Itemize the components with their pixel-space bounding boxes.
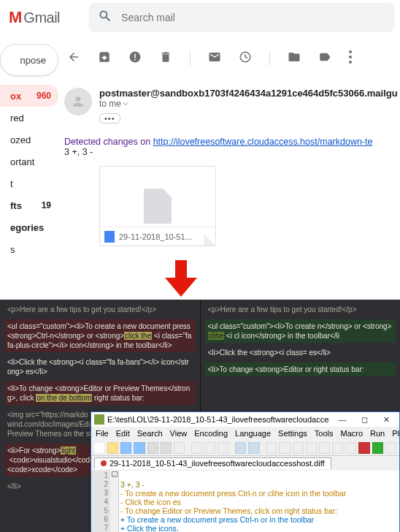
svg-point-5 bbox=[349, 56, 352, 58]
play-icon[interactable] bbox=[372, 442, 383, 454]
diff-line: <li>To change <strong>Editor or right st… bbox=[205, 362, 396, 376]
search-bar[interactable] bbox=[89, 3, 394, 32]
sender: postmaster@sandboxb1703f4246434a1291ce46… bbox=[99, 88, 398, 99]
code-area[interactable]: 3 +, 3 -- To create a new document press… bbox=[119, 471, 399, 532]
spam-icon[interactable] bbox=[128, 50, 142, 66]
attachment-card[interactable]: 29-11-2018_10-51... bbox=[99, 166, 216, 246]
avatar bbox=[64, 88, 92, 115]
sidebar-item-categories[interactable]: egories bbox=[0, 216, 58, 238]
attachment-name: 29-11-2018_10-51... bbox=[119, 232, 192, 241]
svg-point-6 bbox=[349, 61, 352, 64]
cut-icon[interactable] bbox=[191, 442, 202, 454]
replace-icon[interactable] bbox=[279, 442, 290, 454]
stop-icon[interactable] bbox=[385, 442, 396, 454]
sidebar-item-important[interactable]: ortant bbox=[0, 151, 58, 172]
filetype-icon bbox=[104, 231, 115, 243]
sidebar-item-snoozed[interactable]: ozed bbox=[0, 129, 58, 151]
minimize-button[interactable]: — bbox=[332, 413, 353, 426]
menu-file[interactable]: File bbox=[96, 429, 109, 438]
sidebar-item-more[interactable]: s bbox=[0, 238, 58, 260]
save-icon[interactable] bbox=[120, 442, 131, 454]
new-icon[interactable] bbox=[94, 442, 105, 454]
sidebar-item-drafts[interactable]: fts 19 bbox=[0, 194, 58, 216]
menu-plugins[interactable]: Plugins bbox=[392, 429, 400, 438]
undo-icon[interactable] bbox=[235, 442, 246, 454]
diff-line: <li>Click the <strong><i class="fa fa-ba… bbox=[4, 355, 196, 379]
open-icon[interactable] bbox=[107, 442, 118, 454]
menu-search[interactable]: Search bbox=[137, 429, 163, 438]
sidebar-item-inbox[interactable]: ox 960 bbox=[0, 85, 58, 107]
gmail-logo[interactable]: M Gmail bbox=[6, 8, 60, 27]
line-gutter: 123456789 bbox=[91, 471, 110, 532]
nav-label: ox bbox=[10, 91, 21, 102]
notepad-window: E:\test\LOL\29-11-2018_10-51-43_ilovefre… bbox=[91, 411, 400, 532]
label-icon[interactable] bbox=[318, 50, 331, 66]
separator bbox=[190, 51, 191, 66]
maximize-button[interactable]: ◻ bbox=[354, 413, 374, 426]
compose-button[interactable]: npose bbox=[0, 44, 58, 76]
diff-line: <ul class="custom"><li>To create n</stro… bbox=[205, 319, 396, 343]
saveall-icon[interactable] bbox=[134, 442, 145, 454]
delete-icon[interactable] bbox=[159, 50, 172, 66]
zoomin-icon[interactable] bbox=[293, 442, 304, 454]
fold-gutter[interactable]: - bbox=[110, 471, 119, 532]
close-button[interactable]: ✕ bbox=[376, 413, 396, 426]
wrap-icon[interactable] bbox=[319, 442, 330, 454]
menubar[interactable]: File Edit Search View Encoding Language … bbox=[91, 427, 399, 440]
tab-label: 29-11-2018_10-51-43_ilovefreesoftwareclo… bbox=[109, 459, 325, 468]
diff-line: <li>Click the <strong><i class= es</li> bbox=[205, 346, 396, 360]
gmail-m-icon: M bbox=[9, 8, 22, 27]
file-icon bbox=[144, 189, 172, 224]
separator bbox=[269, 51, 270, 66]
diff-line: <ul class="custom"><li>To create a new d… bbox=[4, 319, 196, 352]
find-icon[interactable] bbox=[266, 442, 277, 454]
show-trimmed-button[interactable]: ••• bbox=[99, 113, 120, 123]
sidebar-item-sent[interactable]: t bbox=[0, 172, 58, 194]
showall-icon[interactable] bbox=[332, 442, 343, 454]
indent-icon[interactable] bbox=[345, 442, 356, 454]
detected-changes-label: Detected changes on bbox=[64, 137, 153, 147]
svg-rect-1 bbox=[134, 54, 136, 58]
closeall-icon[interactable] bbox=[161, 442, 172, 454]
sidebar-item-starred[interactable]: red bbox=[0, 107, 58, 129]
menu-language[interactable]: Language bbox=[235, 429, 271, 438]
tab-bar: 29-11-2018_10-51-43_ilovefreesoftwareclo… bbox=[91, 456, 399, 471]
search-input[interactable] bbox=[121, 12, 385, 23]
back-icon[interactable] bbox=[67, 50, 80, 66]
zoomout-icon[interactable] bbox=[306, 442, 317, 454]
menu-encoding[interactable]: Encoding bbox=[194, 429, 228, 438]
copy-icon[interactable] bbox=[204, 442, 215, 454]
app-icon bbox=[94, 414, 104, 425]
redo-icon[interactable] bbox=[248, 442, 259, 454]
move-icon[interactable] bbox=[288, 50, 301, 66]
svg-rect-2 bbox=[134, 59, 136, 61]
svg-point-4 bbox=[349, 50, 352, 53]
titlebar[interactable]: E:\test\LOL\29-11-2018_10-51-43_ilovefre… bbox=[91, 412, 399, 427]
record-icon[interactable] bbox=[358, 442, 369, 454]
print-icon[interactable] bbox=[174, 442, 185, 454]
menu-view[interactable]: View bbox=[170, 429, 188, 438]
sidebar: npose ox 960 red ozed ortant t fts 19 eg… bbox=[0, 35, 58, 260]
search-icon bbox=[98, 9, 112, 26]
page-fold-icon bbox=[204, 234, 215, 246]
menu-tools[interactable]: Tools bbox=[315, 429, 334, 438]
menu-macro[interactable]: Macro bbox=[340, 429, 363, 438]
toolbar bbox=[91, 440, 399, 456]
snooze-icon[interactable] bbox=[239, 50, 252, 66]
diff-line: <li>To change <strong>Editor or Preview … bbox=[4, 381, 196, 405]
menu-edit[interactable]: Edit bbox=[116, 429, 130, 438]
modified-icon bbox=[101, 460, 107, 466]
paste-icon[interactable] bbox=[218, 442, 228, 454]
archive-icon[interactable] bbox=[98, 50, 111, 66]
menu-settings[interactable]: Settings bbox=[278, 429, 307, 438]
editor[interactable]: 123456789 - 3 +, 3 -- To create a new do… bbox=[91, 471, 399, 532]
file-tab[interactable]: 29-11-2018_10-51-43_ilovefreesoftwareclo… bbox=[94, 457, 331, 469]
chevron-down-icon bbox=[123, 101, 128, 107]
more-icon[interactable] bbox=[349, 50, 352, 66]
change-link[interactable]: http://ilovefreesoftware.cloudaccess.hos… bbox=[153, 137, 373, 147]
menu-run[interactable]: Run bbox=[370, 429, 385, 438]
mark-unread-icon[interactable] bbox=[208, 50, 221, 66]
recipient[interactable]: to me bbox=[99, 99, 398, 109]
diff-line: <p>Here are a few tips to get you starte… bbox=[4, 303, 196, 316]
close-icon[interactable] bbox=[147, 442, 158, 454]
